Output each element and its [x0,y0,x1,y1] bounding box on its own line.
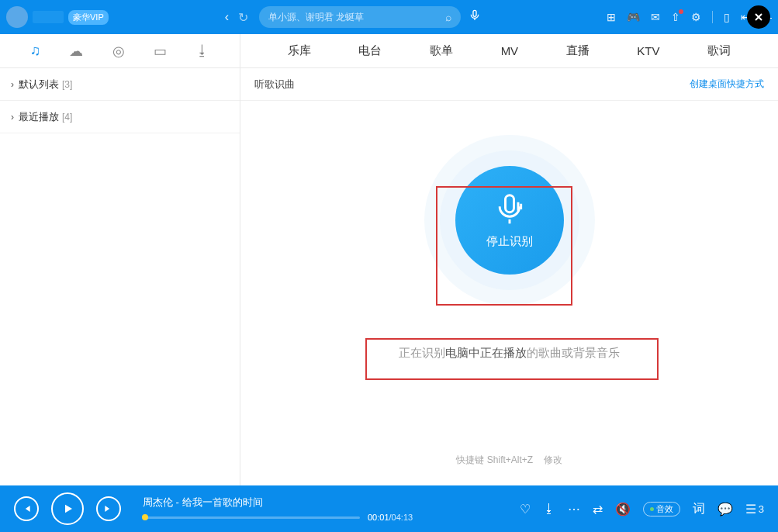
page-title: 听歌识曲 [254,78,295,92]
more-icon[interactable]: ⋯ [568,502,580,516]
mail-icon[interactable]: ✉ [651,11,660,23]
next-track-button[interactable] [96,496,121,521]
sidebar-item-count: [4] [62,112,72,123]
tab-ktv[interactable]: KTV [637,44,659,57]
tab-cloud-icon[interactable]: ☁ [69,43,83,60]
mic-button-label: 停止识别 [486,234,533,249]
mic-ripple: 停止识别 [424,135,595,306]
svg-rect-1 [505,195,513,212]
tab-library[interactable]: 乐库 [288,43,311,58]
divider [712,11,713,23]
avatar[interactable] [6,6,28,28]
progress-bar[interactable] [143,516,360,519]
stop-recognition-button[interactable]: 停止识别 [455,166,564,275]
chevron-right-icon: › [11,79,14,90]
sidebar-item-default-list[interactable]: › 默认列表 [3] [0,68,240,101]
queue-button[interactable]: ☰3 [745,502,764,516]
create-desktop-shortcut-link[interactable]: 创建桌面快捷方式 [690,78,764,91]
tab-mv[interactable]: MV [501,44,519,57]
recognition-status-text: 正在识别电脑中正在播放的歌曲或背景音乐 [399,346,620,361]
search-input[interactable] [268,12,445,22]
comment-icon[interactable]: 💬 [717,502,733,516]
track-title: 周杰伦 - 给我一首歌的时间 [143,496,504,510]
tab-live[interactable]: 直播 [566,43,590,58]
tab-radio-icon[interactable]: ◎ [112,43,125,60]
gift-icon[interactable]: ⇧ [671,11,680,23]
tab-radio[interactable]: 电台 [358,43,382,58]
lyrics-button[interactable]: 词 [693,501,705,517]
sidebar-item-count: [3] [62,79,72,90]
settings-icon[interactable]: ⚙ [691,11,701,23]
chevron-right-icon: › [11,112,14,123]
sound-effect-button[interactable]: 音效 [643,502,680,516]
phone-icon[interactable]: ▯ [724,11,730,23]
shuffle-icon[interactable]: ⇄ [593,502,603,516]
refresh-icon[interactable]: ↻ [238,10,248,25]
main-content: 听歌识曲 创建桌面快捷方式 停止识别 正在识别电脑中正在播放的歌曲或背景音乐 [240,68,778,485]
nav-back-icon[interactable]: ‹ [225,10,229,24]
sidebar: › 默认列表 [3] › 最近播放 [4] [0,68,240,485]
search-box[interactable]: ⌕ [259,6,461,28]
time-display: 00:01/04:13 [368,513,413,522]
progress-fill [143,516,145,519]
search-icon[interactable]: ⌕ [445,11,451,23]
tab-lyrics[interactable]: 歌词 [707,43,731,58]
apps-icon[interactable]: ⊞ [607,11,616,23]
prev-track-button[interactable] [14,496,39,521]
username-placeholder[interactable] [33,11,64,23]
close-button[interactable] [747,5,770,29]
app-header: 豪华VIP ‹ ↻ ⌕ ⊞ 🎮 ✉ ⇧ ⚙ ▯ ⇤ — [0,0,778,34]
play-button[interactable] [51,492,84,525]
sidebar-item-label: 最近播放 [19,110,59,124]
tab-download-icon[interactable]: ⭳ [195,43,209,59]
sidebar-item-recent[interactable]: › 最近播放 [4] [0,101,240,133]
modify-shortcut-link[interactable]: 修改 [544,454,562,465]
tab-playlist[interactable]: 歌单 [430,43,453,58]
sidebar-item-label: 默认列表 [19,78,59,92]
sub-header: ♫ ☁ ◎ ▭ ⭳ 乐库 电台 歌单 MV 直播 KTV 歌词 [0,34,778,68]
favorite-icon[interactable]: ♡ [520,502,531,516]
microphone-icon [493,192,527,226]
tab-device-icon[interactable]: ▭ [154,43,167,60]
player-bar: 周杰伦 - 给我一首歌的时间 00:01/04:13 ♡ ⭳ ⋯ ⇄ 🔇 音效 … [0,485,778,532]
tab-music-icon[interactable]: ♫ [30,43,41,59]
voice-search-icon[interactable] [469,9,481,25]
volume-icon[interactable]: 🔇 [615,502,631,516]
vip-badge[interactable]: 豪华VIP [68,10,109,25]
download-icon[interactable]: ⭳ [543,502,555,516]
shortcut-hint: 快捷键 Shift+Alt+Z 修改 [456,454,562,467]
game-icon[interactable]: 🎮 [627,11,640,23]
svg-rect-0 [473,10,476,16]
